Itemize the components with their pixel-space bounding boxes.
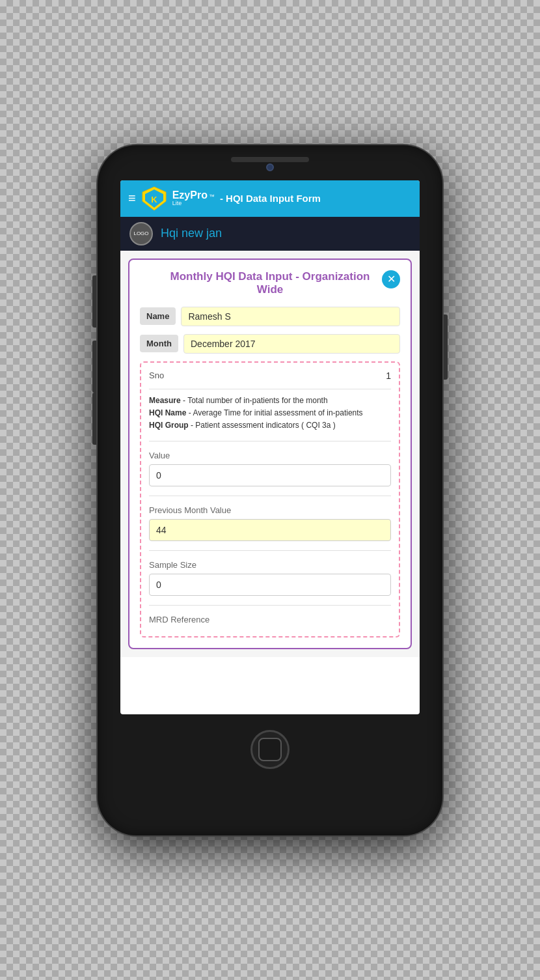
- value-label: Value: [149, 451, 391, 460]
- app-header: ≡ K EzyPro ™ Lite - HQI Data Input Form: [120, 180, 420, 217]
- section-divider-1: [149, 441, 391, 441]
- value-input[interactable]: [149, 464, 391, 486]
- hqi-name-text: HQI Name - Average Time for initial asse…: [149, 407, 391, 419]
- section-divider-2: [149, 496, 391, 496]
- brand-tm: ™: [209, 194, 215, 201]
- measure-text: Measure - Total number of in-patients fo…: [149, 395, 391, 407]
- phone-screen: ≡ K EzyPro ™ Lite - HQI Data Input Form …: [120, 180, 420, 714]
- measure-block: Measure - Total number of in-patients fo…: [149, 395, 391, 432]
- month-label: Month: [140, 335, 178, 352]
- sample-size-label: Sample Size: [149, 560, 391, 570]
- form-title-line2: Wide: [257, 283, 283, 296]
- brand-sub: Lite: [172, 201, 215, 207]
- form-card: Monthly HQI Data Input - Organization Wi…: [128, 259, 412, 650]
- prev-month-input[interactable]: [149, 519, 391, 541]
- close-button[interactable]: ✕: [382, 270, 400, 288]
- hqi-group-text: HQI Group - Patient assessment indicator…: [149, 419, 391, 432]
- section-divider-4: [149, 605, 391, 606]
- hqi-group-label-bold: HQI Group: [149, 421, 189, 430]
- divider-1: [149, 389, 391, 389]
- name-field-row: Name Ramesh S: [140, 307, 400, 326]
- org-logo: LOGO: [129, 222, 153, 245]
- hamburger-icon[interactable]: ≡: [128, 191, 136, 206]
- measure-description: Total number of in-patients for the mont…: [187, 396, 327, 405]
- month-value: December 2017: [183, 334, 400, 354]
- sno-value: 1: [386, 371, 391, 381]
- sub-header: LOGO Hqi new jan: [120, 217, 420, 251]
- section-divider-3: [149, 550, 391, 551]
- hqi-name-description: Average Time for initial assessment of i…: [193, 408, 362, 417]
- dashed-section: Sno 1 Measure - Total number of in-patie…: [140, 361, 400, 638]
- brand-name: EzyPro: [172, 189, 208, 201]
- name-label: Name: [140, 307, 176, 325]
- home-button[interactable]: [250, 730, 290, 769]
- month-field-row: Month December 2017: [140, 334, 400, 354]
- sample-size-input[interactable]: [149, 574, 391, 596]
- measure-label-bold: Measure: [149, 396, 181, 405]
- sno-row: Sno 1: [149, 371, 391, 381]
- name-value: Ramesh S: [181, 307, 400, 326]
- hqi-group-description: Patient assessment indicators ( CQI 3a ): [195, 421, 335, 430]
- speaker: [231, 157, 309, 162]
- form-title: Monthly HQI Data Input - Organization Wi…: [140, 270, 400, 296]
- phone-device: ≡ K EzyPro ™ Lite - HQI Data Input Form …: [98, 145, 442, 835]
- mrd-reference-label: MRD Reference: [149, 615, 391, 624]
- sub-header-title: Hqi new jan: [161, 227, 222, 240]
- prev-month-label: Previous Month Value: [149, 505, 391, 515]
- sno-label: Sno: [149, 371, 164, 380]
- hqi-name-label-bold: HQI Name: [149, 408, 186, 417]
- app-logo: K: [141, 186, 167, 212]
- camera: [266, 163, 274, 171]
- svg-text:K: K: [151, 195, 157, 204]
- form-title-row: Monthly HQI Data Input - Organization Wi…: [140, 270, 400, 296]
- form-title-line1: Monthly HQI Data Input - Organization: [170, 270, 370, 283]
- form-container: Monthly HQI Data Input - Organization Wi…: [120, 251, 420, 658]
- prev-month-section: Previous Month Value: [149, 505, 391, 541]
- home-button-inner: [258, 738, 282, 761]
- app-title: - HQI Data Input Form: [220, 193, 321, 204]
- mrd-reference-section: MRD Reference: [149, 615, 391, 624]
- sample-size-section: Sample Size: [149, 560, 391, 596]
- value-section: Value: [149, 451, 391, 486]
- logo-text: LOGO: [133, 231, 148, 236]
